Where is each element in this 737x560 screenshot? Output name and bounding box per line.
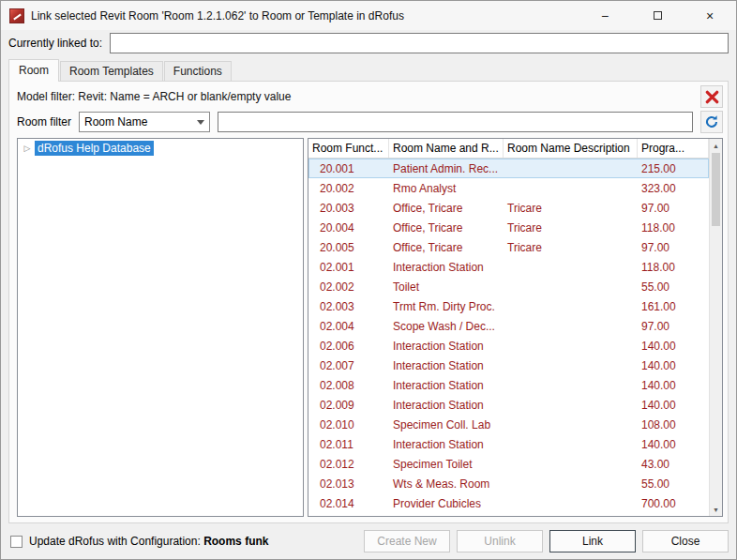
unlink-button[interactable]: Unlink bbox=[457, 530, 543, 552]
window-title: Link selected Revit Room 'Room 1.2.1.062… bbox=[31, 9, 579, 23]
create-new-button[interactable]: Create New bbox=[364, 530, 450, 552]
room-filter-field-value: Room Name bbox=[84, 115, 197, 129]
table-row[interactable]: 02.003Trmt Rm. Dirty Proc.161.00 bbox=[308, 296, 709, 316]
table-row[interactable]: 02.001Interaction Station118.00 bbox=[308, 257, 709, 277]
tab-room[interactable]: Room bbox=[8, 59, 59, 82]
footer-buttons: Create NewUnlinkLinkClose bbox=[364, 530, 729, 552]
cell-name: Wts & Meas. Room bbox=[389, 477, 504, 491]
cell-name: Office, Tricare bbox=[389, 221, 504, 235]
table-row[interactable]: 02.010Specimen Coll. Lab108.00 bbox=[308, 415, 709, 434]
table-row[interactable]: 20.001Patient Admin. Rec...215.00 bbox=[308, 159, 709, 178]
cell-name: Rmo Analyst bbox=[389, 182, 504, 195]
cell-function: 20.004 bbox=[308, 221, 389, 235]
room-table: Room Funct...Room Name and R...Room Name… bbox=[308, 139, 709, 516]
currently-linked-input[interactable] bbox=[110, 33, 729, 53]
column-header-function[interactable]: Room Funct... bbox=[308, 139, 389, 158]
table-row[interactable]: 02.015Toilet97.00 bbox=[308, 513, 709, 516]
table-body: 20.001Patient Admin. Rec...215.0020.002R… bbox=[308, 159, 709, 516]
cell-name: Interaction Station bbox=[389, 379, 504, 392]
cell-program: 97.00 bbox=[638, 241, 709, 254]
table-header: Room Funct...Room Name and R...Room Name… bbox=[308, 139, 709, 159]
tab-room-templates[interactable]: Room Templates bbox=[60, 61, 163, 81]
tab-functions[interactable]: Functions bbox=[164, 61, 232, 81]
red-x-icon bbox=[704, 89, 720, 105]
cell-name: Interaction Station bbox=[389, 261, 504, 274]
cell-program: 161.00 bbox=[638, 300, 709, 313]
table-row[interactable]: 02.011Interaction Station140.00 bbox=[308, 434, 709, 454]
table-row[interactable]: 02.013Wts & Meas. Room55.00 bbox=[308, 474, 709, 493]
scrollbar-thumb[interactable] bbox=[712, 153, 720, 226]
cell-program: 118.00 bbox=[638, 261, 709, 274]
currently-linked-row: Currently linked to: bbox=[1, 30, 736, 59]
maximize-icon bbox=[654, 11, 662, 20]
cell-description: Tricare bbox=[504, 202, 638, 215]
table-row[interactable]: 20.003Office, TricareTricare97.00 bbox=[308, 198, 709, 218]
scroll-down-button[interactable]: ▼ bbox=[710, 503, 722, 516]
cell-description: Tricare bbox=[504, 241, 638, 254]
cell-function: 02.002 bbox=[308, 280, 389, 294]
link-button[interactable]: Link bbox=[549, 530, 636, 552]
table-row[interactable]: 02.009Interaction Station140.00 bbox=[308, 395, 709, 415]
table-row[interactable]: 02.012Specimen Toilet43.00 bbox=[308, 454, 709, 474]
cell-function: 20.005 bbox=[308, 241, 389, 254]
tree-item-database[interactable]: ▷ dRofus Help Database bbox=[18, 139, 303, 158]
cell-program: 140.00 bbox=[638, 379, 709, 392]
link-room-dialog: Link selected Revit Room 'Room 1.2.1.062… bbox=[0, 0, 737, 560]
cell-description: Tricare bbox=[504, 221, 638, 235]
configuration-name: Rooms funk bbox=[203, 535, 268, 548]
cell-name: Specimen Toilet bbox=[389, 458, 504, 471]
cell-function: 02.003 bbox=[308, 300, 389, 313]
cell-name: Office, Tricare bbox=[389, 241, 504, 254]
column-header-program[interactable]: Progra... bbox=[638, 139, 709, 158]
cell-program: 700.00 bbox=[638, 497, 709, 510]
cell-program: 108.00 bbox=[638, 418, 709, 431]
chevron-down-icon bbox=[197, 120, 204, 125]
title-bar: Link selected Revit Room 'Room 1.2.1.062… bbox=[1, 1, 736, 30]
model-filter-row: Model filter: Revit: Name = ARCH or blan… bbox=[9, 82, 728, 110]
cell-function: 02.012 bbox=[308, 458, 389, 471]
refresh-icon bbox=[704, 114, 719, 129]
cell-function: 02.013 bbox=[308, 477, 389, 491]
cell-function: 02.004 bbox=[308, 320, 389, 333]
database-tree: ▷ dRofus Help Database bbox=[17, 138, 304, 517]
room-filter-label: Room filter bbox=[17, 115, 71, 129]
cell-name: Patient Admin. Rec... bbox=[389, 162, 504, 175]
clear-model-filter-button[interactable] bbox=[700, 85, 723, 108]
expander-icon[interactable]: ▷ bbox=[20, 144, 35, 153]
table-row[interactable]: 20.002Rmo Analyst323.00 bbox=[308, 178, 709, 198]
minimize-button[interactable]: − bbox=[579, 1, 631, 30]
column-header-description[interactable]: Room Name Description bbox=[504, 139, 638, 158]
cell-name: Specimen Coll. Lab bbox=[389, 418, 504, 431]
refresh-filter-button[interactable] bbox=[700, 111, 723, 133]
table-row[interactable]: 02.008Interaction Station140.00 bbox=[308, 375, 709, 395]
room-filter-search-input[interactable] bbox=[218, 112, 693, 132]
scrollbar-track[interactable] bbox=[710, 152, 722, 503]
cell-name: Scope Wash / Dec... bbox=[389, 320, 504, 333]
table-row[interactable]: 02.007Interaction Station140.00 bbox=[308, 356, 709, 375]
tab-bar: RoomRoom TemplatesFunctions bbox=[1, 59, 736, 81]
table-row[interactable]: 02.004Scope Wash / Dec...97.00 bbox=[308, 316, 709, 336]
table-row[interactable]: 02.014Provider Cubicles700.00 bbox=[308, 493, 709, 513]
cell-program: 97.00 bbox=[638, 320, 709, 333]
room-filter-row: Room filter Room Name bbox=[9, 110, 728, 138]
cell-name: Interaction Station bbox=[389, 340, 504, 353]
close-button[interactable]: × bbox=[684, 1, 736, 30]
update-config-checkbox[interactable] bbox=[10, 536, 23, 548]
table-row[interactable]: 02.006Interaction Station140.00 bbox=[308, 336, 709, 356]
table-row[interactable]: 20.005Office, TricareTricare97.00 bbox=[308, 237, 709, 257]
vertical-scrollbar[interactable]: ▲ ▼ bbox=[709, 139, 722, 516]
cell-function: 20.001 bbox=[308, 162, 389, 175]
column-header-name[interactable]: Room Name and R... bbox=[389, 139, 504, 158]
cell-name: Interaction Station bbox=[389, 359, 504, 372]
room-table-panel: Room Funct...Room Name and R...Room Name… bbox=[308, 138, 723, 517]
tree-item-label: dRofus Help Database bbox=[35, 141, 154, 156]
drofus-app-icon bbox=[9, 8, 24, 23]
cell-name: Provider Cubicles bbox=[389, 497, 504, 510]
footer-bar: Update dRofus with Configuration: Rooms … bbox=[1, 527, 736, 559]
table-row[interactable]: 20.004Office, TricareTricare118.00 bbox=[308, 218, 709, 237]
close-button[interactable]: Close bbox=[642, 530, 729, 552]
maximize-button[interactable] bbox=[631, 1, 684, 30]
table-row[interactable]: 02.002Toilet55.00 bbox=[308, 277, 709, 296]
room-filter-field-select[interactable]: Room Name bbox=[79, 112, 210, 132]
scroll-up-button[interactable]: ▲ bbox=[710, 139, 722, 152]
